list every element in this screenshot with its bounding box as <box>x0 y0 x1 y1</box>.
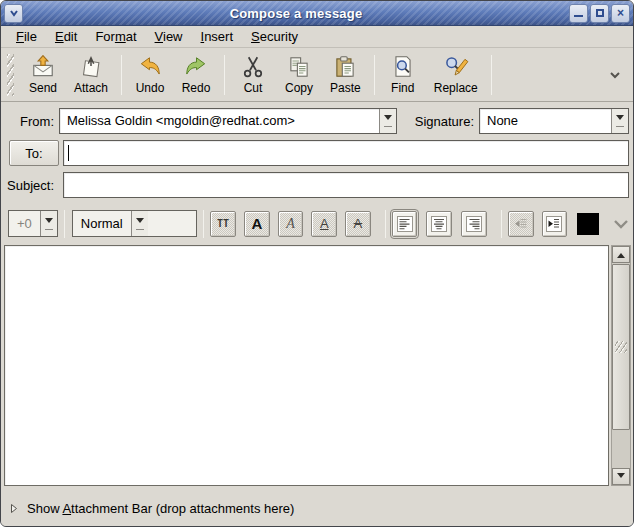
dropdown-arrow-icon <box>40 211 57 236</box>
toolbar-overflow-button[interactable] <box>605 67 625 83</box>
copy-button[interactable]: Copy <box>276 51 322 98</box>
menu-view[interactable]: View <box>146 27 192 46</box>
strikethrough-toggle[interactable]: A <box>345 211 371 237</box>
chevron-down-icon <box>609 71 621 79</box>
from-label: From: <box>1 114 59 129</box>
subject-label: Subject: <box>1 178 59 193</box>
menubar: File Edit Format View Insert Security <box>1 26 633 48</box>
dropdown-arrow-icon <box>611 109 628 133</box>
undo-icon <box>137 54 163 80</box>
indent-icon <box>545 215 563 233</box>
find-button[interactable]: Find <box>380 51 426 98</box>
scroll-up-button[interactable] <box>612 246 630 263</box>
redo-button[interactable]: Redo <box>173 51 219 98</box>
send-button[interactable]: Send <box>20 51 66 98</box>
scrollbar-thumb[interactable] <box>612 264 630 430</box>
toolbar-separator <box>224 55 225 95</box>
indent-button[interactable] <box>542 211 568 237</box>
format-separator <box>385 210 386 238</box>
toolbar-drag-handle[interactable] <box>7 54 14 96</box>
attachment-bar-label: Show Attachment Bar (drop attachments he… <box>27 501 294 516</box>
message-body-region <box>1 244 633 490</box>
align-center-toggle[interactable] <box>426 211 452 237</box>
align-right-toggle[interactable] <box>461 211 487 237</box>
cut-icon <box>240 54 266 80</box>
window-menu-button[interactable] <box>4 4 23 23</box>
maximize-icon <box>596 9 604 17</box>
paragraph-style-dropdown[interactable]: Normal <box>72 210 197 237</box>
toolbar-separator <box>374 55 375 95</box>
vertical-scrollbar[interactable] <box>611 245 631 486</box>
menu-security[interactable]: Security <box>242 27 307 46</box>
toolbar-separator <box>491 55 492 95</box>
header-fields: From: Melissa Goldin <mgoldin@redhat.com… <box>1 102 633 203</box>
to-input[interactable] <box>63 140 629 166</box>
dropdown-arrow-icon <box>131 211 148 236</box>
format-separator <box>64 210 65 238</box>
format-toolbar: +0 Normal TT A A A A <box>1 203 633 244</box>
arrow-down-icon <box>617 473 625 482</box>
align-left-icon <box>396 215 414 233</box>
redo-icon <box>183 54 209 80</box>
menu-format[interactable]: Format <box>86 27 145 46</box>
text-caret <box>68 145 69 161</box>
main-toolbar: Send Attach Undo Redo <box>1 48 633 102</box>
close-icon: × <box>617 7 624 19</box>
close-button[interactable]: × <box>611 4 630 23</box>
bold-toggle[interactable]: A <box>244 211 270 237</box>
typewriter-toggle[interactable]: TT <box>210 211 236 237</box>
chevron-down-icon <box>613 219 629 229</box>
attach-icon <box>78 54 104 80</box>
thumb-grip-icon <box>615 341 627 353</box>
toolbar-separator <box>121 55 122 95</box>
align-right-icon <box>465 215 483 233</box>
unindent-button[interactable] <box>508 211 534 237</box>
message-body-editor[interactable] <box>4 245 609 486</box>
dropdown-arrow-icon <box>379 109 396 133</box>
scrollbar-track[interactable] <box>612 263 630 468</box>
scroll-down-button[interactable] <box>612 468 630 485</box>
cut-button[interactable]: Cut <box>230 51 276 98</box>
align-center-icon <box>430 215 448 233</box>
undo-button[interactable]: Undo <box>127 51 173 98</box>
format-separator <box>501 210 502 238</box>
signature-dropdown[interactable]: None <box>479 108 629 134</box>
format-overflow-button[interactable] <box>609 217 633 231</box>
minimize-button[interactable] <box>569 4 588 23</box>
unindent-icon <box>512 215 530 233</box>
to-button[interactable]: To: <box>9 140 59 166</box>
menu-insert[interactable]: Insert <box>192 27 243 46</box>
italic-toggle[interactable]: A <box>278 211 304 237</box>
attachment-bar-expander[interactable]: Show Attachment Bar (drop attachments he… <box>1 490 633 526</box>
paste-button[interactable]: Paste <box>322 51 369 98</box>
subject-input[interactable] <box>63 172 629 198</box>
window-title: Compose a message <box>23 6 569 21</box>
expander-triangle-icon <box>10 503 18 514</box>
minimize-icon <box>574 15 583 17</box>
underline-toggle[interactable]: A <box>311 211 337 237</box>
chevron-down-icon <box>8 7 20 19</box>
find-icon <box>390 54 416 80</box>
arrow-up-icon <box>617 249 625 258</box>
align-left-toggle[interactable] <box>392 211 418 237</box>
menu-file[interactable]: File <box>7 27 46 46</box>
font-size-dropdown[interactable]: +0 <box>8 210 58 237</box>
replace-button[interactable]: Replace <box>426 51 486 98</box>
signature-label: Signature: <box>415 114 479 129</box>
attach-button[interactable]: Attach <box>66 51 116 98</box>
from-dropdown[interactable]: Melissa Goldin <mgoldin@redhat.com> <box>59 108 397 134</box>
compose-window: Compose a message × File Edit Format Vie… <box>0 0 634 527</box>
send-icon <box>30 54 56 80</box>
text-color-swatch[interactable] <box>577 213 599 235</box>
format-separator <box>203 210 204 238</box>
replace-icon <box>443 54 469 80</box>
copy-icon <box>286 54 312 80</box>
titlebar: Compose a message × <box>1 1 633 26</box>
menu-edit[interactable]: Edit <box>46 27 86 46</box>
maximize-button[interactable] <box>590 4 609 23</box>
paste-icon <box>332 54 358 80</box>
